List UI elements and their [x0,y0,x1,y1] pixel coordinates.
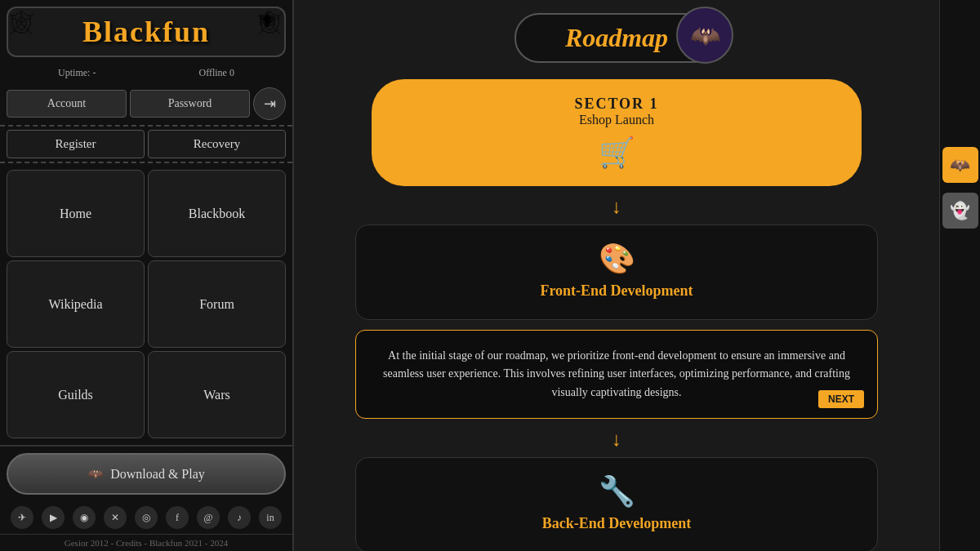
social-linkedin[interactable]: in [259,506,282,529]
social-bar: ✈ ▶ ◉ ✕ ◎ f @ ♪ in [0,501,292,534]
social-youtube[interactable]: ▶ [42,506,65,529]
download-section: 🦇 Download & Play [0,445,292,501]
social-tiktok[interactable]: ♪ [228,506,251,529]
nav-wikipedia[interactable]: Wikipedia [7,260,145,348]
bat-icon: 🦇 [676,7,733,64]
sector-icon: 🛒 [404,136,829,170]
download-label: Download & Play [110,467,205,482]
footer-text: Gesior 2012 - Credits - Blackfun 2021 - … [0,534,292,551]
social-telegram[interactable]: ✈ [11,506,33,529]
right-sidebar: 🦇 👻 [939,0,980,551]
social-instagram[interactable]: ◎ [135,506,158,529]
status-bar: Uptime: - Offline 0 [0,64,292,82]
nav-home[interactable]: Home [7,170,145,257]
register-button[interactable]: Register [7,130,145,158]
backend-card: 🔧 Back-End Development [355,457,878,551]
logo-header: 🕸 🕸 Blackfun 🕷 [7,7,286,57]
sidebar: 🕸 🕸 Blackfun 🕷 Uptime: - Offline 0 Accou… [0,0,294,551]
sector-label: SECTOR 1 [404,96,829,113]
login-icon: ⇥ [264,95,276,113]
description-text: At the initial stage of our roadmap, we … [381,347,853,402]
main-content: Roadmap 🦇 SECTOR 1 Eshop Launch 🛒 ↓ 🎨 Fr… [294,0,939,551]
sector-name: Eshop Launch [404,113,829,127]
frontend-card: 🎨 Front-End Development [355,224,878,320]
backend-icon: 🔧 [381,474,853,509]
description-card: At the initial stage of our roadmap, we … [355,330,878,419]
web-decoration-tl: 🕸 [10,10,34,38]
login-icon-button[interactable]: ⇥ [253,87,286,120]
download-button[interactable]: 🦇 Download & Play [7,453,286,495]
uptime-label: Uptime: - [58,67,96,79]
nav-blackbook[interactable]: Blackbook [148,170,286,257]
social-discord[interactable]: ◉ [73,506,96,529]
next-button[interactable]: NEXT [818,390,864,408]
arrow-2: ↓ [314,429,920,451]
frontend-icon: 🎨 [381,242,853,276]
register-recovery-bar: Register Recovery [0,125,292,163]
nav-guilds[interactable]: Guilds [7,351,145,438]
recovery-button[interactable]: Recovery [148,130,286,158]
nav-wars[interactable]: Wars [148,351,286,438]
social-facebook[interactable]: f [166,506,189,529]
ghost-emoji: 🦇 [87,466,104,482]
password-button[interactable]: Password [130,90,250,118]
arrow-1: ↓ [314,196,920,218]
nav-forum[interactable]: Forum [148,260,286,348]
roadmap-header: Roadmap 🦇 [314,13,920,63]
account-button[interactable]: Account [7,90,127,118]
frontend-title: Front-End Development [381,282,853,300]
right-ghost-button[interactable]: 👻 [942,193,978,229]
right-bat-button[interactable]: 🦇 [942,147,978,183]
nav-grid: Home Blackbook Wikipedia Forum Guilds Wa… [0,163,292,445]
social-threads[interactable]: @ [197,506,220,529]
roadmap-title: Roadmap [565,23,668,53]
backend-title: Back-End Development [381,515,853,532]
auth-buttons: Account Password ⇥ [0,82,292,125]
spider-icon: 🕷 [260,11,276,30]
social-twitter[interactable]: ✕ [104,506,127,529]
roadmap-title-bar: Roadmap 🦇 [514,13,719,63]
logo-text: Blackfun [82,15,210,49]
offline-label: Offline 0 [198,67,234,79]
sector-card: SECTOR 1 Eshop Launch 🛒 [372,79,862,186]
